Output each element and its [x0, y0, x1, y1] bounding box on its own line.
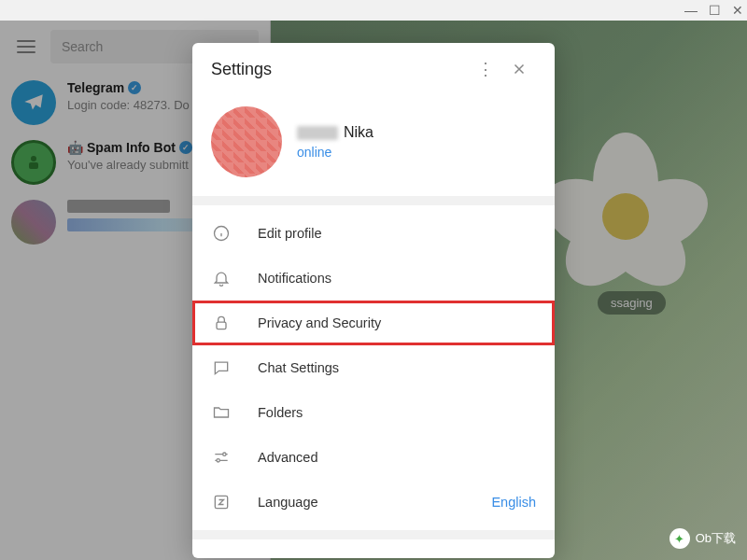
- minimize-button[interactable]: —: [684, 3, 698, 18]
- menu-label: Edit profile: [258, 226, 322, 241]
- menu-label: Language: [258, 495, 318, 510]
- menu-item-interface-scale[interactable]: Default interface scale: [192, 545, 555, 558]
- info-icon: [211, 224, 232, 243]
- menu-item-notifications[interactable]: Notifications: [192, 256, 555, 301]
- menu-label: Privacy and Security: [258, 315, 381, 330]
- menu-item-folders[interactable]: Folders: [192, 390, 555, 435]
- watermark: ✦ Ob下载: [669, 528, 736, 549]
- svg-point-4: [223, 453, 226, 455]
- settings-title: Settings: [211, 60, 469, 79]
- window-titlebar: — ☐ ✕: [0, 0, 747, 21]
- profile-section[interactable]: Nika online: [192, 95, 555, 196]
- folder-icon: [211, 403, 232, 422]
- maximize-button[interactable]: ☐: [709, 3, 721, 18]
- menu-item-advanced[interactable]: Advanced: [192, 435, 555, 480]
- divider: [192, 530, 555, 539]
- profile-status: online: [297, 145, 374, 160]
- menu-label: Folders: [258, 405, 303, 420]
- bell-icon: [211, 269, 232, 287]
- lock-icon: [211, 314, 232, 332]
- menu-item-language[interactable]: Language English: [192, 480, 555, 525]
- profile-avatar: [211, 106, 282, 177]
- menu-item-edit-profile[interactable]: Edit profile: [192, 211, 555, 256]
- language-icon: [211, 493, 232, 511]
- more-options-button[interactable]: ⋮: [469, 52, 502, 86]
- menu-label: Advanced: [258, 450, 318, 465]
- wechat-icon: ✦: [669, 528, 690, 549]
- close-window-button[interactable]: ✕: [732, 3, 743, 18]
- menu-item-privacy-security[interactable]: Privacy and Security: [192, 301, 555, 345]
- sliders-icon: [211, 448, 232, 467]
- menu-item-chat-settings[interactable]: Chat Settings: [192, 345, 555, 390]
- svg-rect-3: [217, 322, 226, 329]
- menu-label: Chat Settings: [258, 360, 339, 375]
- language-value: English: [491, 495, 536, 510]
- chat-icon: [211, 358, 232, 377]
- menu-label: Notifications: [258, 271, 331, 286]
- profile-name: Nika: [297, 124, 374, 141]
- svg-point-5: [217, 459, 219, 462]
- close-settings-button[interactable]: [502, 52, 536, 86]
- settings-modal: Settings ⋮ Nika online Edit profile Noti…: [192, 43, 555, 558]
- divider: [192, 196, 555, 205]
